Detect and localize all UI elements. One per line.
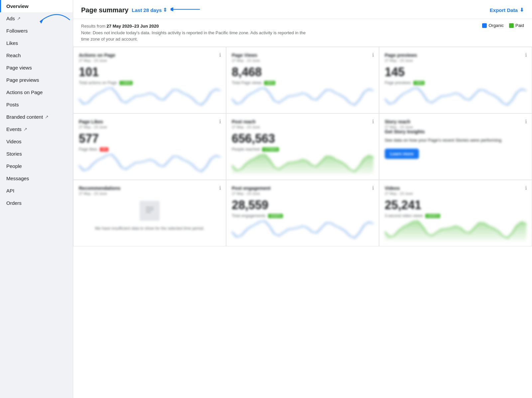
annotation-arrow-icon [171, 6, 200, 13]
sidebar-item-ads[interactable]: Ads↗ [0, 12, 73, 25]
card-title-page-likes: Page Likes [79, 119, 220, 124]
paid-label: Paid [515, 23, 524, 28]
sidebar-label-reach: Reach [6, 53, 21, 58]
card-page-likes: ℹPage Likes27 May - 23 June577Page likes… [73, 113, 226, 180]
card-subtitle-post-engagement: Total engagements +8890% [232, 213, 373, 218]
card-title-post-reach: Post reach [232, 119, 373, 124]
card-date-story-reach: 27 May - 23 June [385, 125, 526, 129]
sidebar-label-events: Events [6, 126, 22, 132]
card-title-videos: Videos [385, 186, 526, 191]
story-reach-title: Get Story Insights [385, 129, 526, 134]
card-date-page-previews: 27 May - 23 June [385, 59, 526, 63]
card-date-recommendations: 27 May - 23 June [79, 192, 220, 196]
sidebar-label-api: API [6, 188, 14, 194]
sidebar-label-followers: Followers [6, 28, 28, 34]
card-date-actions-on-page: 27 May - 23 June [79, 59, 220, 63]
card-post-engagement: ℹPost engagement27 May - 23 June28,559To… [226, 180, 379, 246]
date-range-selector[interactable]: Last 28 days ⇕ [132, 7, 167, 13]
sidebar-item-likes[interactable]: Likes [0, 37, 73, 49]
sidebar-label-actions-on-page: Actions on Page [6, 89, 43, 95]
card-date-videos: 27 May - 23 June [385, 192, 526, 196]
sidebar-item-videos[interactable]: Videos [0, 135, 73, 148]
card-story-reach: ℹStory reach27 May - 23 JuneGet Story In… [379, 113, 532, 180]
card-date-post-engagement: 27 May - 23 June [232, 192, 373, 196]
card-page-views: ℹPage Views27 May - 23 June8,468Total Pa… [226, 47, 379, 113]
sidebar-label-overview: Overview [6, 3, 29, 9]
chart-post-engagement [232, 221, 373, 241]
card-value-actions-on-page: 101 [79, 65, 220, 79]
sidebar-item-reach[interactable]: Reach [0, 49, 73, 62]
card-videos: ℹVideos27 May - 23 June25,2413-second vi… [379, 180, 532, 246]
card-title-actions-on-page: Actions on Page [79, 53, 220, 58]
card-value-post-engagement: 28,559 [232, 198, 373, 212]
card-date-post-reach: 27 May - 23 June [232, 125, 373, 129]
card-title-post-engagement: Post engagement [232, 186, 373, 191]
results-date-range: 27 May 2020–23 Jun 2020 [107, 24, 159, 29]
card-subtitle-post-reach: People reached +37986% [232, 147, 373, 152]
card-title-page-previews: Page previews [385, 53, 526, 58]
card-value-page-previews: 145 [385, 65, 526, 79]
sidebar-label-ads: Ads [6, 16, 15, 21]
sidebar-item-events[interactable]: Events↗ [0, 123, 73, 135]
cards-grid: ℹActions on Page27 May - 23 June101Total… [73, 47, 532, 246]
sidebar-label-branded-content: Branded content [6, 114, 43, 120]
sidebar-label-messages: Messages [6, 176, 29, 181]
card-post-reach: ℹPost reach27 May - 23 June656,563People… [226, 113, 379, 180]
sidebar-item-branded-content[interactable]: Branded content↗ [0, 111, 73, 123]
card-title-page-views: Page Views [232, 53, 373, 58]
sidebar-item-page-views[interactable]: Page views [0, 62, 73, 74]
page-title: Page summary [81, 6, 128, 14]
card-page-previews: ℹPage previews27 May - 23 June145Page pr… [379, 47, 532, 113]
sidebar-item-overview[interactable]: Overview [0, 0, 73, 12]
recommendations-message: We have insufficient data to show for th… [79, 226, 220, 231]
card-title-recommendations: Recommendations [79, 186, 220, 191]
sidebar-label-people: People [6, 163, 22, 169]
sidebar-item-api[interactable]: API [0, 185, 73, 197]
card-recommendations: ℹRecommendations27 May - 23 JuneWe have … [73, 180, 226, 246]
card-value-videos: 25,241 [385, 198, 526, 212]
export-data-button[interactable]: Export Data ⬇ [490, 7, 524, 13]
sidebar-label-videos: Videos [6, 139, 22, 144]
sidebar-item-posts[interactable]: Posts [0, 98, 73, 111]
card-value-page-likes: 577 [79, 132, 220, 146]
arrow-annotation [171, 6, 200, 14]
card-value-post-reach: 656,563 [232, 132, 373, 146]
chart-page-previews [385, 88, 526, 108]
results-text: Results from 27 May 2020–23 Jun 2020 Not… [81, 23, 314, 43]
sidebar-label-page-views: Page views [6, 65, 32, 70]
download-icon: ⬇ [520, 7, 524, 13]
external-link-icon: ↗ [24, 127, 27, 132]
legend-paid: Paid [509, 23, 524, 28]
external-link-icon: ↗ [45, 114, 49, 119]
card-date-page-likes: 27 May - 23 June [79, 125, 220, 129]
sidebar-item-people[interactable]: People [0, 160, 73, 172]
card-subtitle-videos: 3-second video views +8096% [385, 213, 526, 218]
sidebar-item-messages[interactable]: Messages [0, 172, 73, 185]
chart-page-likes [79, 154, 220, 174]
card-value-page-views: 8,468 [232, 65, 373, 79]
chart-videos [385, 221, 526, 241]
learn-more-button[interactable]: Learn more [385, 149, 419, 159]
legend: Organic Paid [482, 23, 524, 28]
sidebar-item-stories[interactable]: Stories [0, 148, 73, 160]
chart-page-views [232, 88, 373, 108]
card-subtitle-page-views: Total Page views +86% [232, 80, 373, 85]
card-title-story-reach: Story reach [385, 119, 526, 124]
external-link-icon: ↗ [17, 16, 21, 21]
sidebar-item-actions-on-page[interactable]: Actions on Page [0, 86, 73, 98]
card-actions-on-page: ℹActions on Page27 May - 23 June101Total… [73, 47, 226, 113]
export-label: Export Data [490, 7, 518, 13]
organic-label: Organic [488, 23, 504, 28]
svg-rect-3 [146, 209, 154, 210]
chevron-down-icon: ⇕ [163, 7, 167, 13]
paid-color-dot [509, 23, 514, 28]
card-subtitle-page-likes: Page likes -6% [79, 147, 220, 152]
sidebar-item-page-previews[interactable]: Page previews [0, 74, 73, 86]
card-subtitle-page-previews: Page previews +88% [385, 80, 526, 85]
results-note: Note: Does not include today's data. Ins… [81, 30, 314, 43]
story-reach-body: See data on how your Page's recent Stori… [385, 137, 526, 144]
sidebar-item-followers[interactable]: Followers [0, 25, 73, 37]
sidebar-item-orders[interactable]: Orders [0, 197, 73, 209]
main-content: Page summary Last 28 days ⇕ [73, 0, 532, 398]
sidebar-label-stories: Stories [6, 151, 22, 157]
